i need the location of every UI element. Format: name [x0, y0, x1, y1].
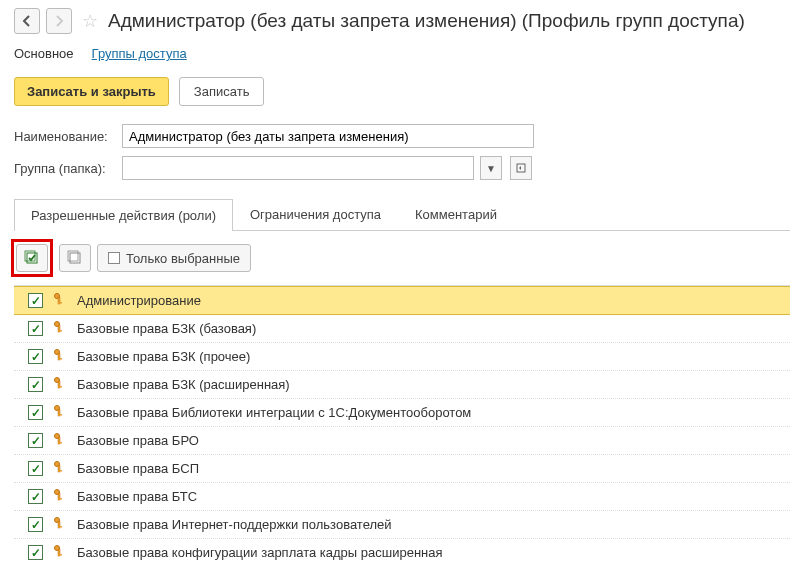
key-icon [53, 544, 67, 561]
only-selected-button[interactable]: Только выбранные [97, 244, 251, 272]
svg-rect-22 [58, 442, 62, 444]
check-all-button[interactable] [16, 244, 48, 272]
only-selected-label: Только выбранные [126, 251, 240, 266]
role-row[interactable]: ✓Базовые права конфигурации зарплата кад… [14, 539, 790, 563]
forward-button[interactable] [46, 8, 72, 34]
svg-rect-25 [58, 470, 62, 472]
subnav-groups[interactable]: Группы доступа [92, 46, 187, 61]
role-checkbox[interactable]: ✓ [28, 321, 43, 336]
roles-list: ✓Администрирование✓Базовые права БЗК (ба… [14, 285, 790, 563]
key-icon [53, 516, 67, 533]
role-label: Базовые права конфигурации зарплата кадр… [77, 545, 443, 560]
key-icon [53, 376, 67, 393]
svg-rect-31 [58, 526, 62, 528]
key-icon [53, 292, 67, 309]
role-checkbox[interactable]: ✓ [28, 545, 43, 560]
group-input[interactable] [122, 156, 474, 180]
tab-restrictions[interactable]: Ограничения доступа [233, 198, 398, 230]
svg-rect-10 [58, 330, 62, 332]
role-label: Администрирование [77, 293, 201, 308]
svg-rect-19 [58, 414, 62, 416]
key-icon [53, 460, 67, 477]
role-checkbox[interactable]: ✓ [28, 433, 43, 448]
role-label: Базовые права БТС [77, 489, 197, 504]
role-row[interactable]: ✓Базовые права БЗК (базовая) [14, 315, 790, 343]
role-label: Базовые права БЗК (базовая) [77, 321, 256, 336]
role-row[interactable]: ✓Базовые права Интернет-поддержки пользо… [14, 511, 790, 539]
svg-rect-13 [58, 358, 62, 360]
svg-rect-34 [58, 554, 62, 556]
name-input[interactable] [122, 124, 534, 148]
role-checkbox[interactable]: ✓ [28, 517, 43, 532]
page-title: Администратор (без даты запрета изменени… [108, 10, 745, 32]
role-checkbox[interactable]: ✓ [28, 461, 43, 476]
role-row[interactable]: ✓Базовые права БЗК (прочее) [14, 343, 790, 371]
name-label: Наименование: [14, 129, 116, 144]
role-label: Базовые права Библиотеки интеграции с 1С… [77, 405, 471, 420]
key-icon [53, 488, 67, 505]
checkbox-icon [108, 252, 120, 264]
key-icon [53, 320, 67, 337]
svg-rect-28 [58, 498, 62, 500]
tab-comment[interactable]: Комментарий [398, 198, 514, 230]
role-row[interactable]: ✓Базовые права БТС [14, 483, 790, 511]
role-row[interactable]: ✓Базовые права Библиотеки интеграции с 1… [14, 399, 790, 427]
key-icon [53, 404, 67, 421]
group-open-button[interactable] [510, 156, 532, 180]
subnav-main[interactable]: Основное [14, 46, 74, 61]
role-label: Базовые права БРО [77, 433, 199, 448]
role-checkbox[interactable]: ✓ [28, 349, 43, 364]
role-row[interactable]: ✓Базовые права БЗК (расширенная) [14, 371, 790, 399]
role-checkbox[interactable]: ✓ [28, 405, 43, 420]
svg-rect-16 [58, 386, 62, 388]
back-button[interactable] [14, 8, 40, 34]
favorite-icon[interactable]: ☆ [82, 10, 98, 32]
svg-rect-3 [70, 253, 80, 263]
role-row[interactable]: ✓Базовые права БСП [14, 455, 790, 483]
role-row[interactable]: ✓Администрирование [14, 286, 790, 315]
save-button[interactable]: Записать [179, 77, 265, 106]
group-dropdown-button[interactable]: ▼ [480, 156, 502, 180]
role-checkbox[interactable]: ✓ [28, 377, 43, 392]
highlight-check-all [11, 239, 53, 277]
group-label: Группа (папка): [14, 161, 116, 176]
uncheck-all-button[interactable] [59, 244, 91, 272]
key-icon [53, 432, 67, 449]
role-label: Базовые права БСП [77, 461, 199, 476]
role-checkbox[interactable]: ✓ [28, 489, 43, 504]
role-label: Базовые права Интернет-поддержки пользов… [77, 517, 392, 532]
role-label: Базовые права БЗК (прочее) [77, 349, 250, 364]
svg-rect-7 [58, 302, 62, 304]
key-icon [53, 348, 67, 365]
role-row[interactable]: ✓Базовые права БРО [14, 427, 790, 455]
role-label: Базовые права БЗК (расширенная) [77, 377, 290, 392]
role-checkbox[interactable]: ✓ [28, 293, 43, 308]
save-and-close-button[interactable]: Записать и закрыть [14, 77, 169, 106]
tab-roles[interactable]: Разрешенные действия (роли) [14, 199, 233, 231]
